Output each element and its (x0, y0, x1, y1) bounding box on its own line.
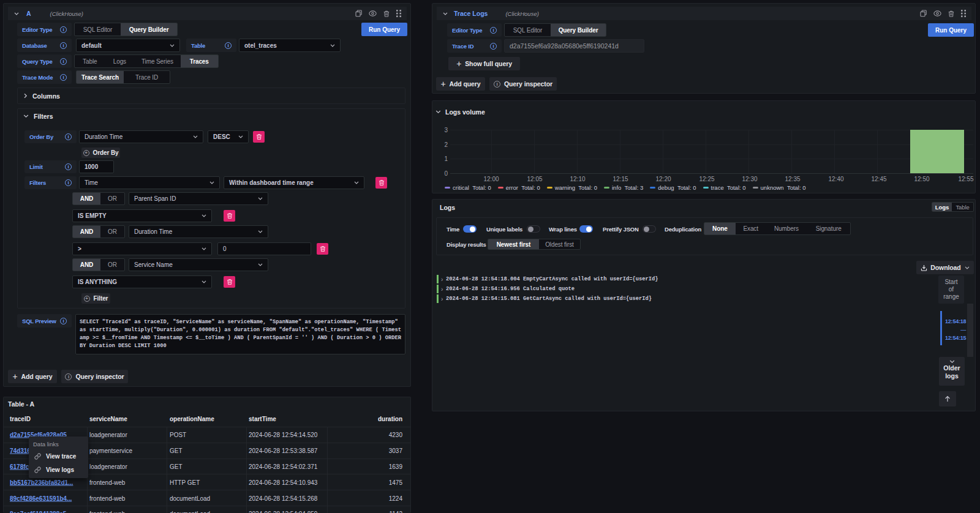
svg-text:12:10: 12:10 (570, 176, 585, 182)
svg-text:0: 0 (444, 170, 448, 177)
svg-text:12:35: 12:35 (785, 176, 800, 182)
svg-text:12:45: 12:45 (871, 176, 886, 182)
svg-text:12:30: 12:30 (742, 176, 757, 182)
svg-text:3: 3 (444, 127, 448, 133)
svg-text:12:55: 12:55 (958, 176, 973, 182)
svg-text:2: 2 (444, 141, 448, 148)
svg-text:12:05: 12:05 (527, 176, 542, 182)
svg-text:12:20: 12:20 (655, 176, 671, 182)
svg-text:12:25: 12:25 (699, 176, 714, 182)
svg-text:1: 1 (444, 155, 448, 162)
svg-text:12:40: 12:40 (828, 176, 843, 182)
svg-text:12:00: 12:00 (483, 176, 499, 182)
svg-text:12:15: 12:15 (612, 176, 628, 182)
svg-text:12:50: 12:50 (914, 176, 929, 182)
